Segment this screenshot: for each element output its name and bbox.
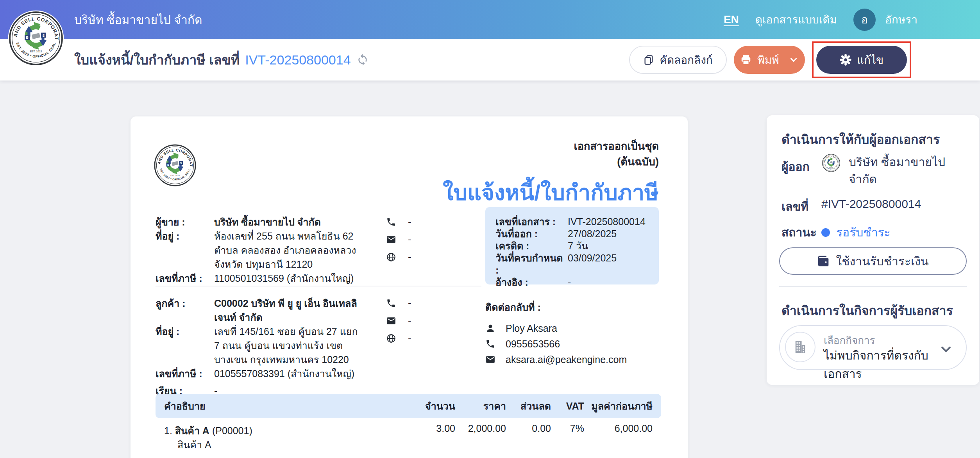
edit-button-highlight-box: แก้ไข bbox=[812, 41, 911, 78]
customer-phone: - bbox=[408, 297, 411, 309]
avatar[interactable]: อ bbox=[853, 9, 876, 31]
invoice-header-right: เอกสารออกเป็นชุด (ต้นฉบับ) ใบแจ้งหนี้/ใบ… bbox=[443, 138, 659, 210]
customer-name: C00002 บริษัท พี ยู ยู เอ็น อินเทลลิเจนท… bbox=[214, 296, 363, 324]
invoice-title: ใบแจ้งหนี้/ใบกำกับภาษี bbox=[443, 175, 659, 210]
issuer-name: บริษัท ซื้อมาขายไป จำกัด bbox=[849, 154, 966, 188]
contact-back-block: ติดต่อกลับที่ : Ploy Aksara 0955653566 a… bbox=[485, 300, 669, 367]
chevron-down-icon[interactable] bbox=[789, 55, 799, 65]
globe-icon bbox=[386, 333, 396, 344]
customer-tax-label: เลขที่ภาษี : bbox=[156, 367, 214, 381]
print-button[interactable]: พิมพ์ bbox=[734, 46, 805, 74]
copy-link-button[interactable]: คัดลอกลิงก์ bbox=[629, 46, 727, 74]
user-name: อักษรา bbox=[885, 11, 917, 28]
printer-icon bbox=[740, 54, 752, 66]
print-label: พิมพ์ bbox=[757, 51, 779, 68]
seller-block: ผู้ขาย : บริษัท ซื้อมาขายไป จำกัด ที่อยู… bbox=[156, 215, 363, 285]
meta-credit-label: เครดิต : bbox=[495, 240, 568, 252]
item-sub-description: สินค้า A bbox=[156, 438, 211, 452]
customer-email: - bbox=[408, 315, 411, 326]
col-description: คำอธิบาย bbox=[164, 398, 408, 414]
page-title: ใบแจ้งหนี้/ใบกำกับภาษี เลขที่ bbox=[74, 49, 240, 70]
item-qty: 3.00 bbox=[408, 423, 455, 438]
seller-name: บริษัท ซื้อมาขายไป จำกัด bbox=[214, 215, 363, 229]
customer-tax-id: 0105557083391 (สำนักงานใหญ่) bbox=[214, 367, 363, 381]
item-vat: 7% bbox=[551, 423, 584, 438]
document-number-link[interactable]: IVT-20250800014 bbox=[245, 52, 351, 68]
gear-icon bbox=[840, 54, 851, 66]
meta-ref-label: อ้างอิง : bbox=[495, 276, 568, 288]
document-actions: คัดลอกลิงก์ พิมพ์ bbox=[629, 39, 911, 81]
batch-note: เอกสารออกเป็นชุด bbox=[443, 138, 659, 154]
topbar-right-cluster: EN ดูเอกสารแบบเดิม อ อักษรา bbox=[724, 0, 917, 39]
chevron-down-icon[interactable] bbox=[939, 342, 953, 356]
mail-icon bbox=[386, 316, 396, 326]
status-badge: รอรับชำระ bbox=[836, 223, 891, 242]
view-original-document-link[interactable]: ดูเอกสารแบบเดิม bbox=[755, 11, 837, 28]
globe-icon bbox=[386, 252, 396, 262]
issuer-logo bbox=[822, 154, 841, 174]
contact-back-title: ติดต่อกลับที่ : bbox=[485, 300, 669, 314]
status-dot-icon bbox=[821, 228, 830, 237]
receiver-section-title: ดำเนินการในกิจการผู้รับเอกสาร bbox=[781, 301, 953, 320]
item-code: (P00001) bbox=[212, 425, 252, 436]
sidebar-doc-no-label: เลขที่ bbox=[781, 197, 808, 216]
seller-address-label: ที่อยู่ : bbox=[156, 229, 214, 271]
wallet-icon bbox=[817, 255, 830, 267]
mail-icon bbox=[386, 234, 396, 245]
mail-icon bbox=[485, 354, 495, 365]
phone-icon bbox=[485, 339, 495, 349]
item-discount: 0.00 bbox=[506, 423, 551, 438]
actions-sidebar-card: ดำเนินการให้กับผู้ออกเอกสาร ผู้ออก บริษั… bbox=[767, 115, 979, 385]
company-seal-logo bbox=[8, 10, 64, 68]
business-avatar bbox=[785, 332, 815, 362]
seller-phone: - bbox=[408, 216, 411, 227]
item-name: สินค้า A bbox=[175, 425, 209, 436]
workspace-company-name: บริษัท ซื้อมาขายไป จำกัด bbox=[74, 0, 202, 39]
item-price: 2,000.00 bbox=[455, 423, 506, 438]
item-description: 1. สินค้า A (P00001) bbox=[164, 423, 408, 438]
business-select-dropdown[interactable]: เลือกกิจการ ไม่พบกิจการที่ตรงกับเอกสาร bbox=[779, 325, 967, 370]
edit-label: แก้ไข bbox=[857, 51, 883, 68]
seller-contact-dashes: - - - bbox=[386, 216, 411, 263]
refresh-icon[interactable] bbox=[356, 54, 369, 66]
meta-due-date: 03/09/2025 bbox=[568, 252, 617, 276]
receive-payment-label: ใช้งานรับชำระเงิน bbox=[836, 252, 928, 270]
col-discount: ส่วนลด bbox=[506, 398, 551, 414]
item-no: 1. bbox=[164, 425, 172, 436]
seller-label: ผู้ขาย : bbox=[156, 215, 214, 229]
copy-icon bbox=[643, 54, 654, 65]
contact-email: aksara.ai@peakengine.com bbox=[506, 352, 627, 367]
customer-address-label: ที่อยู่ : bbox=[156, 324, 214, 367]
person-icon bbox=[485, 323, 495, 333]
meta-due-date-label: วันที่ครบกำหนด : bbox=[495, 252, 568, 276]
document-meta-box: เลขที่เอกสาร :IVT-20250800014 วันที่ออก … bbox=[485, 207, 659, 284]
meta-issue-date-label: วันที่ออก : bbox=[495, 228, 568, 240]
status-label: สถานะ bbox=[781, 223, 817, 242]
language-toggle-en[interactable]: EN bbox=[724, 13, 739, 26]
contact-phone: 0955653566 bbox=[506, 336, 560, 352]
seller-address: ห้องเลขที่ 255 ถนน พหลโยธิน 62 ตำบล คลอง… bbox=[214, 229, 363, 271]
meta-doc-no-label: เลขที่เอกสาร : bbox=[495, 216, 568, 228]
issuer-label: ผู้ออก bbox=[781, 157, 810, 176]
customer-contact-dashes: - - - bbox=[386, 297, 411, 344]
document-title-row: ใบแจ้งหนี้/ใบกำกับภาษี เลขที่ IVT-202508… bbox=[74, 39, 369, 81]
issuer-section-title: ดำเนินการให้กับผู้ออกเอกสาร bbox=[781, 129, 940, 149]
phone-icon bbox=[386, 298, 396, 308]
customer-block: ลูกค้า : C00002 บริษัท พี ยู ยู เอ็น อิน… bbox=[156, 296, 363, 398]
meta-issue-date: 27/08/2025 bbox=[568, 228, 617, 240]
meta-ref: - bbox=[568, 276, 571, 288]
seller-tax-label: เลขที่ภาษี : bbox=[156, 271, 214, 285]
edit-button[interactable]: แก้ไข bbox=[816, 46, 907, 74]
select-business-label: เลือกกิจการ bbox=[824, 332, 875, 348]
section-divider bbox=[156, 286, 481, 286]
status-row: รอรับชำระ bbox=[821, 223, 891, 242]
receive-payment-button[interactable]: ใช้งานรับชำระเงิน bbox=[779, 247, 967, 275]
building-icon bbox=[792, 339, 808, 355]
invoice-company-logo bbox=[153, 142, 197, 191]
col-amount: มูลค่าก่อนภาษี bbox=[584, 398, 653, 414]
item-amount: 6,000.00 bbox=[584, 423, 653, 438]
seller-email: - bbox=[408, 234, 411, 245]
items-table-header: คำอธิบาย จำนวน ราคา ส่วนลด VAT มูลค่าก่อ… bbox=[156, 394, 661, 418]
seller-website: - bbox=[408, 251, 411, 263]
contact-name: Ploy Aksara bbox=[506, 320, 557, 336]
